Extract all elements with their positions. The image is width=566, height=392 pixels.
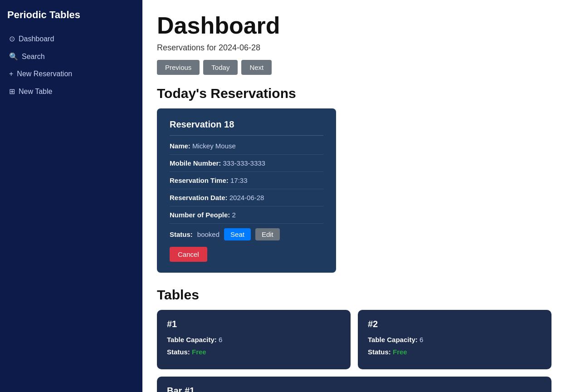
reservation-name-label: Name: — [170, 142, 190, 150]
sidebar-item-new-table[interactable]: ⊞ New Table — [7, 84, 135, 98]
reservation-date-field: Reservation Date: 2024-06-28 — [170, 194, 323, 206]
today-button[interactable]: Today — [203, 60, 238, 75]
dashboard-icon: ⊙ — [9, 34, 15, 43]
reservation-name-value: Mickey Mouse — [192, 142, 236, 150]
reservation-time-label: Reservation Time: — [170, 176, 229, 184]
table-bar1-title: Bar #1 — [167, 386, 542, 392]
reservation-mobile-value: 333-333-3333 — [223, 159, 265, 167]
sidebar-item-search-label: Search — [22, 53, 45, 61]
table-1-status-value: Free — [192, 348, 206, 356]
reservation-time-field: Reservation Time: 17:33 — [170, 176, 323, 189]
edit-button[interactable]: Edit — [255, 228, 280, 240]
reservation-name-field: Name: Mickey Mouse — [170, 142, 323, 155]
reservation-card: Reservation 18 Name: Mickey Mouse Mobile… — [157, 108, 336, 273]
table-card-bar1: Bar #1 Table Capacity: 1 Status: Free — [157, 377, 551, 392]
reservation-time-value: 17:33 — [230, 176, 248, 184]
sidebar: Periodic Tables ⊙ Dashboard 🔍 Search + N… — [0, 0, 142, 392]
table-2-capacity-label: Table Capacity: — [368, 336, 418, 343]
table-1-capacity-value: 6 — [219, 336, 222, 343]
sidebar-item-search[interactable]: 🔍 Search — [7, 49, 135, 64]
page-title: Dashboard — [157, 13, 551, 39]
sidebar-item-new-table-label: New Table — [19, 88, 52, 96]
today-reservations-title: Today's Reservations — [157, 86, 551, 101]
reservation-date-label: Reservation Date: — [170, 194, 228, 201]
sidebar-item-new-reservation[interactable]: + New Reservation — [7, 67, 135, 81]
table-card-1: #1 Table Capacity: 6 Status: Free — [157, 310, 351, 369]
reservations-for-label: Reservations for 2024-06-28 — [157, 43, 551, 53]
reservation-people-field: Number of People: 2 — [170, 211, 323, 224]
table-2-title: #2 — [368, 319, 542, 329]
sidebar-item-dashboard[interactable]: ⊙ Dashboard — [7, 32, 135, 46]
next-button[interactable]: Next — [241, 60, 272, 75]
tables-title: Tables — [157, 287, 551, 303]
table-1-title: #1 — [167, 319, 341, 329]
table-2-status-value: Free — [393, 348, 407, 356]
table-icon: ⊞ — [9, 87, 15, 96]
reservation-title: Reservation 18 — [170, 119, 323, 136]
sidebar-item-new-reservation-label: New Reservation — [17, 70, 72, 78]
reservation-people-label: Number of People: — [170, 211, 230, 219]
reservation-mobile-label: Mobile Number: — [170, 159, 221, 167]
table-card-2: #2 Table Capacity: 6 Status: Free — [358, 310, 551, 369]
table-1-status-label: Status: — [167, 348, 190, 356]
main-content: Dashboard Reservations for 2024-06-28 Pr… — [142, 0, 566, 392]
date-nav-buttons: Previous Today Next — [157, 60, 551, 75]
table-1-capacity: Table Capacity: 6 — [167, 336, 341, 343]
previous-button[interactable]: Previous — [157, 60, 200, 75]
reservation-date-value: 2024-06-28 — [229, 194, 264, 201]
app-title: Periodic Tables — [7, 9, 135, 21]
reservation-status-label: Status: — [170, 230, 193, 238]
reservation-status-row: Status: booked Seat Edit — [170, 228, 323, 240]
table-2-status: Status: Free — [368, 348, 542, 356]
seat-button[interactable]: Seat — [224, 228, 251, 240]
table-2-status-label: Status: — [368, 348, 391, 356]
reservation-status-value: booked — [197, 230, 220, 238]
table-1-status: Status: Free — [167, 348, 341, 356]
table-2-capacity-value: 6 — [420, 336, 423, 343]
cancel-button[interactable]: Cancel — [170, 247, 207, 262]
table-2-capacity: Table Capacity: 6 — [368, 336, 542, 343]
table-1-capacity-label: Table Capacity: — [167, 336, 217, 343]
reservation-people-value: 2 — [232, 211, 236, 219]
sidebar-item-dashboard-label: Dashboard — [19, 35, 54, 43]
reservation-mobile-field: Mobile Number: 333-333-3333 — [170, 159, 323, 172]
search-icon: 🔍 — [9, 52, 18, 61]
tables-grid: #1 Table Capacity: 6 Status: Free #2 Tab… — [157, 310, 551, 392]
plus-icon: + — [9, 70, 13, 78]
